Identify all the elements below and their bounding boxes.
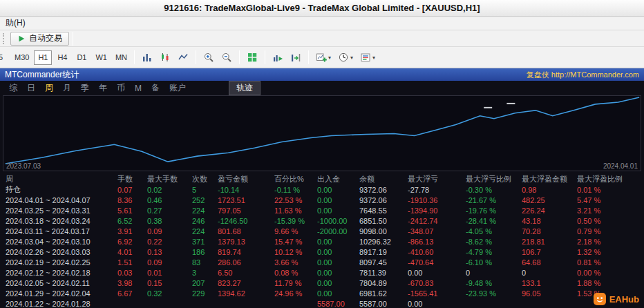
toolbar-separator bbox=[196, 50, 196, 64]
table-cell: 0.00 bbox=[317, 269, 359, 277]
tab-账户[interactable]: 账户 bbox=[164, 81, 191, 95]
table-cell: 3 bbox=[192, 269, 218, 277]
timeframe-5[interactable]: 5 bbox=[0, 50, 10, 65]
tab-周[interactable]: 周 bbox=[40, 81, 58, 95]
table-cell: 5.61 bbox=[117, 206, 147, 215]
tab-备[interactable]: 备 bbox=[146, 81, 164, 95]
column-header: 百分比% bbox=[274, 174, 317, 184]
eahub-watermark: EAHub bbox=[594, 293, 639, 305]
table-cell: 0.01 bbox=[147, 269, 192, 277]
chart-candles-button[interactable] bbox=[157, 50, 173, 65]
toolbar-separator bbox=[73, 32, 73, 46]
chart-start-date: 2023.07.03 bbox=[6, 162, 41, 170]
table-cell: 1723.51 bbox=[218, 196, 274, 204]
tab-日[interactable]: 日 bbox=[22, 81, 40, 95]
table-cell: 0.00 bbox=[317, 258, 359, 267]
auto-trading-play-icon bbox=[17, 35, 26, 43]
table-row: 2024.04.01 ~ 2024.04.078.360.462521723.5… bbox=[0, 195, 644, 205]
table-cell: -10.14 bbox=[218, 186, 274, 194]
table-row: 2024.02.19 ~ 2024.02.251.510.0983286.063… bbox=[0, 257, 644, 267]
auto-trading-button[interactable]: 自动交易 bbox=[10, 32, 69, 46]
eahub-logo-icon bbox=[594, 293, 606, 305]
timeframe-MN[interactable]: MN bbox=[112, 50, 131, 65]
chart-line-button[interactable] bbox=[175, 50, 191, 65]
auto-scroll-icon bbox=[272, 52, 283, 63]
timeframe-H1[interactable]: H1 bbox=[34, 50, 52, 65]
table-cell: 0.13 bbox=[147, 248, 192, 256]
toolbar-grip bbox=[3, 33, 7, 44]
periods-icon bbox=[338, 52, 349, 63]
periods-button[interactable]: ▾ bbox=[335, 50, 356, 65]
table-cell: 5587.00 bbox=[317, 300, 359, 308]
table-cell: -2412.74 bbox=[408, 217, 466, 225]
table-cell: 3.21 % bbox=[577, 206, 644, 215]
menu-help[interactable]: 助(H) bbox=[1, 17, 30, 30]
templates-button[interactable]: ▾ bbox=[357, 50, 378, 65]
column-header: 次数 bbox=[192, 174, 218, 184]
table-cell: 2024.03.18 ~ 2024.03.24 bbox=[6, 217, 117, 225]
stats-tabs: 综日周月季年币M备账户轨迹 bbox=[0, 81, 644, 95]
table-cell: -8.62 % bbox=[466, 238, 522, 246]
table-cell: 9098.00 bbox=[359, 227, 408, 235]
tab-M[interactable]: M bbox=[130, 83, 146, 94]
chart-shift-icon bbox=[290, 52, 301, 63]
chart-candles-icon bbox=[160, 52, 171, 63]
table-cell: 819.74 bbox=[218, 248, 274, 256]
timeframe-D1[interactable]: D1 bbox=[73, 50, 91, 65]
chart-bars-button[interactable] bbox=[139, 50, 155, 65]
table-cell: -1000.00 bbox=[317, 217, 359, 225]
timeframe-M30[interactable]: M30 bbox=[11, 50, 32, 65]
zoom-in-button[interactable] bbox=[200, 50, 217, 65]
panel-header-link[interactable]: 复盘侠 http://MTCommander.com bbox=[527, 70, 639, 80]
tab-月[interactable]: 月 bbox=[58, 81, 76, 95]
table-cell: 218.81 bbox=[522, 238, 577, 246]
table-cell: 8097.45 bbox=[359, 258, 408, 267]
table-cell: -19.76 % bbox=[466, 206, 522, 215]
tile-windows-button[interactable] bbox=[244, 50, 261, 65]
chart-bars-icon bbox=[142, 52, 153, 63]
table-row: 2024.03.25 ~ 2024.03.315.610.27224797.05… bbox=[0, 205, 644, 215]
mtcommander-panel: MTCommander统计 复盘侠 http://MTCommander.com… bbox=[0, 68, 644, 308]
table-cell: 224 bbox=[192, 227, 218, 235]
tab-年[interactable]: 年 bbox=[94, 81, 112, 95]
table-cell: 133.1 bbox=[522, 279, 577, 287]
table-cell: 0.46 bbox=[147, 196, 192, 204]
table-cell: 1.88 % bbox=[577, 279, 644, 287]
table-cell: 0.38 bbox=[147, 217, 192, 225]
table-cell: 0.08 % bbox=[274, 269, 317, 277]
table-cell: 0.00 bbox=[408, 269, 466, 277]
column-header: 最大浮亏 bbox=[408, 174, 466, 184]
zoom-out-button[interactable] bbox=[218, 50, 235, 65]
table-cell: 207 bbox=[192, 279, 218, 287]
timeframe-W1[interactable]: W1 bbox=[92, 50, 111, 65]
table-cell: 3.98 bbox=[117, 279, 147, 287]
table-cell: 5.47 % bbox=[577, 196, 644, 204]
zoom-in-icon bbox=[203, 52, 214, 63]
tab-track[interactable]: 轨迹 bbox=[229, 81, 261, 95]
table-cell: 286.06 bbox=[218, 258, 274, 267]
table-cell: 3.66 % bbox=[274, 258, 317, 267]
table-cell: 6981.62 bbox=[359, 289, 408, 298]
tab-币[interactable]: 币 bbox=[112, 81, 130, 95]
timeframe-group: 5M30H1H4D1W1MN bbox=[0, 50, 131, 65]
window-title: 9121616: TradeMaxGlobal-Live9 - TradeMax… bbox=[164, 3, 480, 13]
table-cell: 106.7 bbox=[522, 248, 577, 256]
table-cell: -2000.00 bbox=[317, 227, 359, 235]
table-cell: 3.91 bbox=[117, 227, 147, 235]
toolbar-separator bbox=[265, 50, 265, 64]
table-cell: 252 bbox=[192, 196, 218, 204]
toolbar-separator bbox=[308, 50, 309, 64]
table-cell: -21.67 % bbox=[466, 196, 522, 204]
timeframe-H4[interactable]: H4 bbox=[53, 50, 71, 65]
chart-tools-group: ▾▾▾ bbox=[131, 50, 379, 65]
table-cell: -348.07 bbox=[408, 227, 466, 235]
table-row: 持仓0.070.025-10.14-0.11 %0.009372.06-27.7… bbox=[0, 184, 644, 195]
table-cell: -1246.50 bbox=[218, 217, 274, 225]
new-chart-button[interactable]: ▾ bbox=[313, 50, 334, 65]
tab-综[interactable]: 综 bbox=[4, 81, 22, 95]
table-cell: 5 bbox=[192, 186, 218, 194]
table-cell: 2024.03.04 ~ 2024.03.10 bbox=[6, 238, 117, 246]
auto-scroll-button[interactable] bbox=[269, 50, 286, 65]
chart-shift-button[interactable] bbox=[287, 50, 304, 65]
tab-季[interactable]: 季 bbox=[76, 81, 94, 95]
